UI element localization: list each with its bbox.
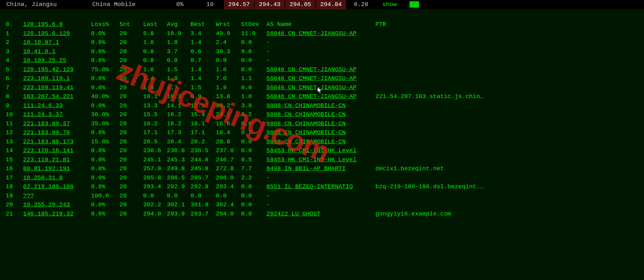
hop-number: 10 [6, 110, 23, 119]
header-loss: Loss% [91, 20, 119, 29]
best-value: 15.4 [191, 110, 216, 119]
table-row: 1710.250.31.80.0%20285.8286.5285.7296.02… [6, 173, 638, 183]
ip-link[interactable]: 221.183.89.37 [23, 119, 91, 128]
avg-value: 293.9 [167, 209, 191, 219]
snt-value: 20 [119, 182, 143, 191]
as-name[interactable]: 58453 HK CMI-INT-HK Level [266, 146, 375, 155]
as-name[interactable]: 8551 IL BEZEQ-INTERNATIO [266, 182, 375, 191]
hop-number: 5 [6, 65, 23, 74]
ip-link[interactable]: 223.118.21.81 [23, 155, 91, 165]
as-name[interactable]: 202422 LU GHOST [266, 209, 375, 219]
wrst-value: 16.6 [216, 119, 241, 128]
last-value: 1.4 [143, 74, 167, 83]
hop-number: 8 [6, 92, 23, 101]
best-value: 0.0 [191, 191, 216, 201]
status-square-icon [410, 1, 419, 8]
stdev-value: 1.0 [241, 92, 266, 101]
ip-link[interactable]: 221.183.89.70 [23, 128, 91, 137]
loss-value: 0.0% [91, 128, 119, 137]
loss-value: 15.0% [91, 137, 119, 146]
ip-link[interactable]: 62.219.189.186 [23, 182, 91, 191]
as-name[interactable]: 9498 IN BBIL-AP BHARTI [266, 164, 375, 173]
hop-number: 14 [6, 146, 23, 155]
ip-link[interactable]: 223.109.119.1 [23, 74, 91, 83]
ptr-value [375, 155, 638, 165]
wrst-value: 7.0 [216, 74, 241, 83]
ip-link[interactable]: 10.250.31.8 [23, 173, 91, 183]
best-value: 285.7 [191, 173, 216, 183]
as-name[interactable]: 9808 CN CHINAMOBILE-CN [266, 119, 375, 128]
as-name[interactable]: 9808 CN CHINAMOBILE-CN [266, 128, 375, 137]
last-value: 0.0 [143, 191, 167, 201]
as-name[interactable]: 56046 CN CMNET-JIANGSU-AP [266, 83, 375, 92]
ip-link[interactable]: 111.24.6.33 [23, 101, 91, 110]
stdev-value: 2.2 [241, 110, 266, 119]
loss-value: 0.0% [91, 164, 119, 173]
avg-value: 286.5 [167, 173, 191, 183]
ip-link[interactable]: 223.120.16.141 [23, 146, 91, 155]
last-value: 1.6 [143, 38, 167, 47]
last-value: 293.4 [143, 182, 167, 191]
avg-value: 302.1 [167, 200, 191, 209]
show-link[interactable]: show [382, 0, 397, 9]
ip-link[interactable]: 223.109.119.41 [23, 83, 91, 92]
as-name[interactable]: 56046 CN CMNET-JIANGSU-AP [266, 74, 375, 83]
as-name[interactable]: 56046 CN CMNET-JIANGSU-AP [266, 29, 375, 38]
ptr-value [375, 146, 638, 155]
ip-link[interactable]: 146.185.219.32 [23, 209, 91, 219]
stdev-value: 0.0 [241, 119, 266, 128]
ip-link[interactable]: 10.41.0.1 [23, 47, 91, 56]
ip-link[interactable]: 10.109.25.25 [23, 56, 91, 65]
ip-link[interactable]: 111.24.3.37 [23, 110, 91, 119]
hop-number: 2 [6, 38, 23, 47]
loss-value: 0.0% [91, 83, 119, 92]
ip-link[interactable]: 80.81.192.191 [23, 164, 91, 173]
table-row: 5120.195.42.12975.0%201.61.51.41.60.0560… [6, 65, 638, 74]
snt-value: 20 [119, 47, 143, 56]
table-row: 15223.118.21.810.0%20245.1245.3244.8246.… [6, 155, 638, 165]
ip-link[interactable]: 221.183.89.173 [23, 137, 91, 146]
count-label: 10 [197, 0, 223, 9]
as-name[interactable]: 56046 CN CMNET-JIANGSU-AP [266, 65, 375, 74]
hop-number: 15 [6, 155, 23, 165]
hop-number: 9 [6, 101, 23, 110]
header-hop: 0. [6, 20, 23, 29]
as-name[interactable]: 58453 HK CMI-INT-HK Level [266, 155, 375, 165]
ip-link[interactable]: 183.207.54.221 [23, 92, 91, 101]
avg-value: 245.3 [167, 155, 191, 165]
ip-link[interactable]: 10.10.87.1 [23, 38, 91, 47]
avg-value: 10.3 [167, 92, 191, 101]
best-value: 3.4 [191, 29, 216, 38]
as-name[interactable]: 9808 CN CHINAMOBILE-CN [266, 101, 375, 110]
header-ptr: PTR [375, 20, 638, 29]
avg-value: 10.9 [167, 29, 191, 38]
summary-bar: China, Jiangsu China Mobile 0% 10 294.57… [0, 0, 644, 9]
wrst-value: 49.9 [216, 29, 241, 38]
ptr-value [375, 110, 638, 119]
ip-link[interactable]: 120.195.6.129 [23, 29, 91, 38]
ip-link[interactable]: ??? [23, 191, 91, 201]
stdev-value: 0.0 [241, 83, 266, 92]
as-name[interactable]: 56046 CN CMNET-JIANGSU-AP [266, 92, 375, 101]
wrst-value: 0.0 [216, 191, 241, 201]
hop-number: 13 [6, 137, 23, 146]
best-value: 9.9 [191, 92, 216, 101]
header-ip[interactable]: 120.195.6.0 [23, 20, 91, 29]
wrst-value: 30.2 [216, 101, 241, 110]
as-name[interactable]: 9808 CN CHINAMOBILE-CN [266, 110, 375, 119]
ip-link[interactable]: 10.255.29.243 [23, 200, 91, 209]
last-value: 285.8 [143, 173, 167, 183]
best-value: 245.8 [191, 164, 216, 173]
hop-number: 7 [6, 83, 23, 92]
loss-value: 0.0% [91, 38, 119, 47]
snt-value: 20 [119, 74, 143, 83]
ip-link[interactable]: 120.195.42.129 [23, 65, 91, 74]
last-value: 1.6 [143, 65, 167, 74]
as-name[interactable]: 9808 CN CHINAMOBILE-CN [266, 137, 375, 146]
loss-value: 0.0% [91, 209, 119, 219]
table-row: 1120.195.6.1290.0%205.810.93.449.911.956… [6, 29, 638, 38]
ptr-value [375, 128, 638, 137]
hop-number: 6 [6, 74, 23, 83]
wrst-value: 272.8 [216, 164, 241, 173]
snt-value: 20 [119, 155, 143, 165]
